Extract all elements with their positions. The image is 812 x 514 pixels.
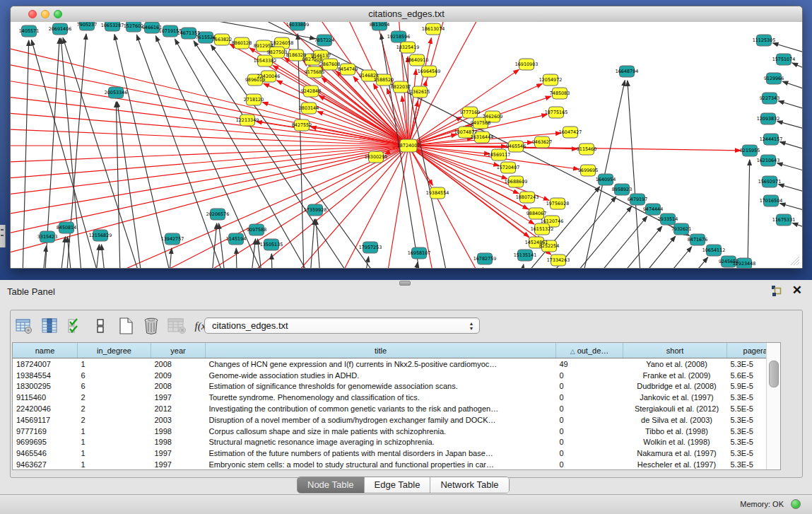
graph-node[interactable] <box>764 134 779 145</box>
select-columns-icon[interactable] <box>39 316 60 336</box>
graph-node[interactable] <box>145 22 160 33</box>
column-header-name[interactable]: name <box>13 343 78 358</box>
graph-node[interactable] <box>501 162 516 173</box>
tab-edge-table[interactable]: Edge Table <box>365 477 431 493</box>
column-header-year[interactable]: year <box>151 343 206 358</box>
graph-node[interactable] <box>674 223 689 235</box>
close-panel-icon[interactable]: ✕ <box>792 284 802 297</box>
table-vertical-scrollbar[interactable] <box>766 343 780 469</box>
graph-node[interactable] <box>40 231 55 243</box>
graph-node[interactable] <box>690 234 705 245</box>
graph-node[interactable] <box>80 22 95 30</box>
graph-node[interactable] <box>463 107 478 118</box>
graph-node[interactable] <box>529 208 544 219</box>
graph-node[interactable] <box>707 245 722 256</box>
graph-node[interactable] <box>579 144 594 155</box>
graph-node[interactable] <box>509 141 524 152</box>
graph-node[interactable] <box>377 74 392 86</box>
graph-node[interactable] <box>401 42 416 53</box>
graph-node[interactable] <box>535 136 550 148</box>
graph-node[interactable] <box>553 88 567 99</box>
graph-node[interactable] <box>509 176 524 187</box>
network-graph-canvas[interactable]: 1872400714055712069140679052371065328715… <box>11 22 802 268</box>
graph-node[interactable] <box>492 149 507 160</box>
graph-node[interactable] <box>519 59 534 70</box>
graph-node[interactable] <box>199 32 213 43</box>
column-header-out_de[interactable]: △out_de… <box>556 343 623 358</box>
graph-node[interactable] <box>542 240 557 252</box>
panel-divider-handle[interactable] <box>399 281 411 286</box>
graph-node[interactable] <box>761 113 776 124</box>
graph-node[interactable] <box>620 66 635 77</box>
graph-node[interactable] <box>165 233 180 245</box>
graph-node[interactable] <box>599 174 613 185</box>
graph-node[interactable] <box>518 250 533 261</box>
row-checks-icon[interactable] <box>64 316 86 336</box>
delete-table-icon[interactable] <box>166 316 187 336</box>
scrollbar-thumb[interactable] <box>769 361 779 387</box>
table-selector-dropdown[interactable]: citations_edges.txt ▲▼ <box>204 317 480 334</box>
graph-node[interactable] <box>163 25 178 37</box>
graph-node[interactable] <box>543 74 558 86</box>
table-row[interactable]: 911546021997Tourette syndrome. Phenomeno… <box>13 392 781 403</box>
table-row[interactable]: 1938455462009Genome-wide association stu… <box>13 370 781 381</box>
graph-node[interactable] <box>615 184 630 195</box>
graph-node[interactable] <box>392 31 406 42</box>
column-header-short[interactable]: short <box>623 343 727 358</box>
column-header-title[interactable]: title <box>206 343 556 358</box>
graph-node[interactable] <box>563 127 578 138</box>
graph-node[interactable] <box>362 70 377 81</box>
graph-node[interactable] <box>459 127 473 138</box>
graph-node[interactable] <box>581 165 596 176</box>
node-table[interactable]: namein_degreeyeartitle△out_de…shortpager… <box>12 342 781 470</box>
graph-node[interactable] <box>308 204 323 216</box>
network-window-titlebar[interactable]: citations_edges.txt <box>11 6 802 23</box>
graph-node[interactable] <box>109 87 124 98</box>
graph-node[interactable] <box>412 247 427 259</box>
graph-node[interactable] <box>520 192 535 203</box>
graph-node[interactable] <box>307 66 322 78</box>
graph-node[interactable] <box>394 81 408 93</box>
column-header-in_degree[interactable]: in_degree <box>78 343 151 358</box>
memory-ok-led-icon[interactable] <box>791 499 801 509</box>
table-row[interactable]: 946554611997Estimation of the future num… <box>13 448 781 459</box>
graph-node[interactable] <box>410 54 425 66</box>
graph-node[interactable] <box>257 40 271 52</box>
graph-node[interactable] <box>422 66 437 77</box>
graph-node[interactable] <box>290 22 305 30</box>
graph-node[interactable] <box>777 214 792 226</box>
graph-node[interactable] <box>363 242 378 253</box>
graph-node[interactable] <box>182 28 196 39</box>
graph-node[interactable] <box>229 233 244 245</box>
graph-node[interactable] <box>215 34 230 45</box>
graph-node[interactable] <box>258 55 273 66</box>
graph-node[interactable] <box>247 94 261 105</box>
graph-node[interactable] <box>369 151 384 163</box>
graph-node[interactable] <box>767 73 782 84</box>
graph-node[interactable] <box>302 103 317 114</box>
table-row[interactable]: 1456911722003Disruption of a novel membe… <box>13 414 781 426</box>
table-row[interactable]: 1872400712008Changes of HCN gene express… <box>13 358 781 370</box>
graph-node[interactable] <box>93 230 108 241</box>
graph-node[interactable] <box>549 107 564 118</box>
graph-node[interactable] <box>661 214 676 225</box>
graph-node[interactable] <box>22 25 37 37</box>
graph-node[interactable] <box>763 93 777 104</box>
graph-node[interactable] <box>264 239 279 250</box>
graph-node[interactable] <box>646 204 661 215</box>
graph-node[interactable] <box>235 37 249 49</box>
graph-node[interactable] <box>722 256 736 267</box>
table-row[interactable]: 977716911998Corpus callosum shape and si… <box>13 426 781 437</box>
graph-node[interactable] <box>317 35 332 46</box>
graph-node[interactable] <box>486 111 500 122</box>
graph-node[interactable] <box>341 64 355 75</box>
graph-node[interactable] <box>289 49 304 61</box>
graph-node[interactable] <box>323 59 338 70</box>
graph-node[interactable] <box>535 223 550 235</box>
graph-node[interactable] <box>630 194 645 205</box>
tab-network-table[interactable]: Network Table <box>430 477 508 493</box>
graph-node[interactable] <box>211 209 225 220</box>
rows-icon[interactable] <box>90 316 111 336</box>
graph-node[interactable] <box>413 86 428 98</box>
graph-node[interactable] <box>295 119 310 131</box>
